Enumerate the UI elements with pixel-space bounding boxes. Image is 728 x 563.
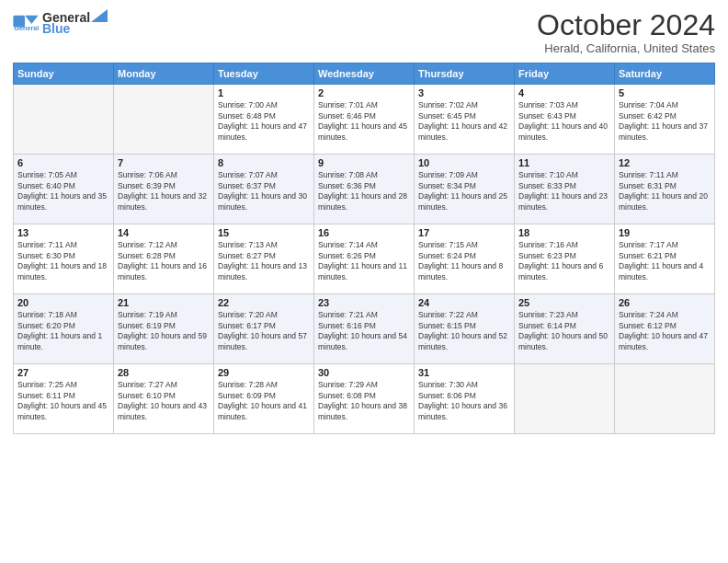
svg-marker-3: [91, 9, 108, 22]
svg-marker-1: [25, 15, 39, 23]
calendar-cell: 5Sunrise: 7:04 AM Sunset: 6:42 PM Daylig…: [615, 85, 715, 155]
calendar-week-row: 20Sunrise: 7:18 AM Sunset: 6:20 PM Dayli…: [14, 294, 715, 364]
calendar-cell: 21Sunrise: 7:19 AM Sunset: 6:19 PM Dayli…: [114, 294, 214, 364]
day-number: 12: [619, 157, 711, 168]
calendar-header: Sunday Monday Tuesday Wednesday Thursday…: [14, 63, 715, 85]
calendar-week-row: 1Sunrise: 7:00 AM Sunset: 6:48 PM Daylig…: [14, 85, 715, 155]
day-number: 4: [518, 87, 610, 98]
calendar-cell: [615, 364, 715, 434]
day-number: 3: [418, 87, 510, 98]
calendar-cell: 25Sunrise: 7:23 AM Sunset: 6:14 PM Dayli…: [515, 294, 615, 364]
day-number: 8: [218, 157, 310, 168]
day-number: 21: [118, 297, 210, 308]
day-info: Sunrise: 7:20 AM Sunset: 6:17 PM Dayligh…: [218, 310, 310, 352]
calendar-cell: 3Sunrise: 7:02 AM Sunset: 6:45 PM Daylig…: [415, 85, 515, 155]
day-info: Sunrise: 7:27 AM Sunset: 6:10 PM Dayligh…: [118, 380, 210, 422]
calendar-cell: 23Sunrise: 7:21 AM Sunset: 6:16 PM Dayli…: [314, 294, 415, 364]
day-info: Sunrise: 7:07 AM Sunset: 6:37 PM Dayligh…: [218, 170, 310, 213]
header-friday: Friday: [515, 63, 615, 85]
day-number: 11: [518, 157, 610, 168]
day-number: 2: [318, 87, 410, 98]
day-info: Sunrise: 7:30 AM Sunset: 6:06 PM Dayligh…: [418, 380, 510, 422]
calendar-cell: [114, 85, 214, 155]
day-number: 19: [619, 227, 711, 238]
day-info: Sunrise: 7:08 AM Sunset: 6:36 PM Dayligh…: [318, 170, 410, 213]
day-number: 20: [17, 297, 109, 308]
header-tuesday: Tuesday: [214, 63, 314, 85]
day-number: 26: [619, 297, 711, 308]
calendar-cell: [14, 85, 114, 155]
day-info: Sunrise: 7:13 AM Sunset: 6:27 PM Dayligh…: [218, 240, 310, 282]
day-number: 6: [17, 157, 109, 168]
day-info: Sunrise: 7:28 AM Sunset: 6:09 PM Dayligh…: [218, 380, 310, 422]
day-info: Sunrise: 7:10 AM Sunset: 6:33 PM Dayligh…: [518, 170, 610, 213]
day-info: Sunrise: 7:14 AM Sunset: 6:26 PM Dayligh…: [318, 240, 410, 282]
day-number: 18: [518, 227, 610, 238]
calendar-cell: 12Sunrise: 7:11 AM Sunset: 6:31 PM Dayli…: [615, 155, 715, 224]
calendar-cell: 17Sunrise: 7:15 AM Sunset: 6:24 PM Dayli…: [415, 224, 515, 294]
day-info: Sunrise: 7:23 AM Sunset: 6:14 PM Dayligh…: [518, 310, 610, 352]
calendar-cell: 9Sunrise: 7:08 AM Sunset: 6:36 PM Daylig…: [314, 155, 415, 224]
day-number: 31: [418, 367, 510, 378]
day-info: Sunrise: 7:25 AM Sunset: 6:11 PM Dayligh…: [17, 380, 109, 422]
day-info: Sunrise: 7:19 AM Sunset: 6:19 PM Dayligh…: [118, 310, 210, 352]
calendar-cell: 4Sunrise: 7:03 AM Sunset: 6:43 PM Daylig…: [515, 85, 615, 155]
day-info: Sunrise: 7:03 AM Sunset: 6:43 PM Dayligh…: [518, 100, 610, 143]
day-number: 7: [118, 157, 210, 168]
title-block: October 2024 Herald, California, United …: [537, 9, 715, 55]
month-title: October 2024: [537, 9, 715, 41]
calendar-cell: 6Sunrise: 7:05 AM Sunset: 6:40 PM Daylig…: [14, 155, 114, 224]
logo-triangle-icon: [91, 9, 108, 22]
calendar-cell: 1Sunrise: 7:00 AM Sunset: 6:48 PM Daylig…: [214, 85, 314, 155]
day-number: 1: [218, 87, 310, 98]
calendar-cell: 10Sunrise: 7:09 AM Sunset: 6:34 PM Dayli…: [415, 155, 515, 224]
day-number: 13: [17, 227, 109, 238]
day-number: 25: [518, 297, 610, 308]
day-info: Sunrise: 7:06 AM Sunset: 6:39 PM Dayligh…: [118, 170, 210, 213]
calendar-week-row: 13Sunrise: 7:11 AM Sunset: 6:30 PM Dayli…: [14, 224, 715, 294]
day-number: 9: [318, 157, 410, 168]
day-number: 28: [118, 367, 210, 378]
logo: General General Blue: [13, 9, 108, 36]
day-number: 24: [418, 297, 510, 308]
calendar-cell: 26Sunrise: 7:24 AM Sunset: 6:12 PM Dayli…: [615, 294, 715, 364]
day-info: Sunrise: 7:04 AM Sunset: 6:42 PM Dayligh…: [619, 100, 711, 143]
calendar-cell: 2Sunrise: 7:01 AM Sunset: 6:46 PM Daylig…: [314, 85, 415, 155]
day-info: Sunrise: 7:18 AM Sunset: 6:20 PM Dayligh…: [17, 310, 109, 352]
day-info: Sunrise: 7:12 AM Sunset: 6:28 PM Dayligh…: [118, 240, 210, 282]
calendar-cell: 16Sunrise: 7:14 AM Sunset: 6:26 PM Dayli…: [314, 224, 415, 294]
day-number: 29: [218, 367, 310, 378]
header-row: Sunday Monday Tuesday Wednesday Thursday…: [14, 63, 715, 85]
day-info: Sunrise: 7:29 AM Sunset: 6:08 PM Dayligh…: [318, 380, 410, 422]
calendar-cell: 8Sunrise: 7:07 AM Sunset: 6:37 PM Daylig…: [214, 155, 314, 224]
day-number: 17: [418, 227, 510, 238]
day-info: Sunrise: 7:24 AM Sunset: 6:12 PM Dayligh…: [619, 310, 711, 352]
calendar-body: 1Sunrise: 7:00 AM Sunset: 6:48 PM Daylig…: [14, 85, 715, 434]
calendar-cell: 7Sunrise: 7:06 AM Sunset: 6:39 PM Daylig…: [114, 155, 214, 224]
calendar-cell: 19Sunrise: 7:17 AM Sunset: 6:21 PM Dayli…: [615, 224, 715, 294]
calendar-week-row: 6Sunrise: 7:05 AM Sunset: 6:40 PM Daylig…: [14, 155, 715, 224]
calendar-cell: 27Sunrise: 7:25 AM Sunset: 6:11 PM Dayli…: [14, 364, 114, 434]
day-info: Sunrise: 7:17 AM Sunset: 6:21 PM Dayligh…: [619, 240, 711, 282]
day-info: Sunrise: 7:02 AM Sunset: 6:45 PM Dayligh…: [418, 100, 510, 143]
calendar-cell: 14Sunrise: 7:12 AM Sunset: 6:28 PM Dayli…: [114, 224, 214, 294]
day-info: Sunrise: 7:09 AM Sunset: 6:34 PM Dayligh…: [418, 170, 510, 213]
header-wednesday: Wednesday: [314, 63, 415, 85]
calendar-cell: 28Sunrise: 7:27 AM Sunset: 6:10 PM Dayli…: [114, 364, 214, 434]
calendar-cell: 15Sunrise: 7:13 AM Sunset: 6:27 PM Dayli…: [214, 224, 314, 294]
day-info: Sunrise: 7:11 AM Sunset: 6:31 PM Dayligh…: [619, 170, 711, 213]
day-number: 15: [218, 227, 310, 238]
header: General General Blue October 2024 Herald…: [13, 9, 715, 55]
calendar-cell: [515, 364, 615, 434]
header-sunday: Sunday: [14, 63, 114, 85]
day-number: 16: [318, 227, 410, 238]
calendar-cell: 11Sunrise: 7:10 AM Sunset: 6:33 PM Dayli…: [515, 155, 615, 224]
calendar-week-row: 27Sunrise: 7:25 AM Sunset: 6:11 PM Dayli…: [14, 364, 715, 434]
page: General General Blue October 2024 Herald…: [0, 0, 728, 563]
header-saturday: Saturday: [615, 63, 715, 85]
calendar-cell: 20Sunrise: 7:18 AM Sunset: 6:20 PM Dayli…: [14, 294, 114, 364]
logo-icon: General: [13, 14, 39, 32]
calendar-cell: 13Sunrise: 7:11 AM Sunset: 6:30 PM Dayli…: [14, 224, 114, 294]
calendar-cell: 29Sunrise: 7:28 AM Sunset: 6:09 PM Dayli…: [214, 364, 314, 434]
location-subtitle: Herald, California, United States: [537, 41, 715, 55]
